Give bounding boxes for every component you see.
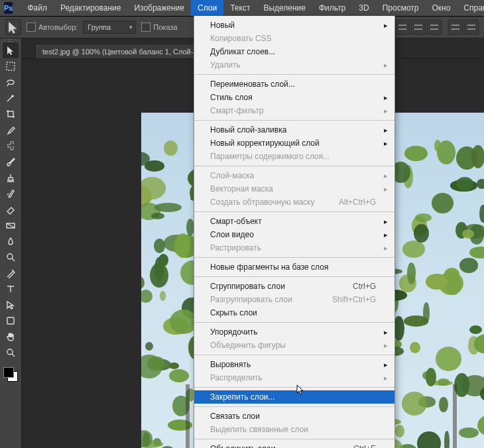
- type-tool[interactable]: [3, 281, 19, 297]
- menu-item-label: Переименовать слой...: [210, 80, 295, 89]
- menu-item[interactable]: Слои видео: [194, 228, 394, 241]
- menu-item[interactable]: Закрепить слои...: [194, 390, 394, 404]
- blur-tool[interactable]: [3, 233, 19, 249]
- menu-item[interactable]: Дубликат слоев...: [194, 45, 394, 58]
- show-transform-checkbox[interactable]: Показа: [141, 23, 177, 32]
- crop-tool[interactable]: [3, 106, 19, 122]
- menu-item-label: Новый: [210, 21, 235, 30]
- marquee-icon: [5, 61, 16, 72]
- checkbox-icon: [141, 23, 151, 32]
- foreground-color-swatch[interactable]: [3, 367, 14, 378]
- menu-item[interactable]: Выровнять: [194, 358, 394, 371]
- dodge-tool[interactable]: [3, 249, 19, 265]
- brush-tool[interactable]: [3, 154, 19, 170]
- move-tool-preset-icon[interactable]: [5, 19, 21, 35]
- distribute-button[interactable]: [427, 20, 442, 34]
- shape-icon: [5, 315, 16, 326]
- menu-item-выделение[interactable]: Выделение: [257, 0, 312, 16]
- path-tool[interactable]: [3, 297, 19, 313]
- brush-icon: [5, 156, 16, 167]
- menu-item[interactable]: Стиль слоя: [194, 91, 394, 104]
- wand-icon: [5, 93, 16, 103]
- move-tool[interactable]: [3, 42, 19, 58]
- menu-item-редактирование[interactable]: Редактирование: [54, 0, 127, 16]
- menu-item-label: Удалить: [210, 60, 241, 70]
- crop-icon: [5, 109, 16, 119]
- menu-item[interactable]: Объединить слоиCtrl+E: [194, 442, 394, 448]
- heal-icon: [5, 140, 16, 151]
- arrange-button[interactable]: [464, 20, 479, 34]
- menu-item: Распределить: [194, 371, 394, 384]
- menu-item[interactable]: Скрыть слои: [194, 306, 394, 319]
- autoselect-checkbox[interactable]: Автовыбор:: [27, 23, 78, 32]
- menu-item-окно[interactable]: Окно: [425, 0, 457, 16]
- menu-item-просмотр[interactable]: Просмотр: [376, 0, 426, 16]
- gradient-tool[interactable]: [3, 217, 19, 233]
- hand-icon: [5, 331, 16, 342]
- menu-item-фильтр[interactable]: Фильтр: [312, 0, 352, 16]
- menu-item-файл[interactable]: Файл: [21, 0, 54, 16]
- menu-item-label: Дубликат слоев...: [210, 47, 275, 56]
- panel-grab-icon[interactable]: [8, 39, 12, 42]
- pen-icon: [5, 268, 16, 278]
- menu-item[interactable]: Сгруппировать слоиCtrl+G: [194, 280, 394, 293]
- menu-item-label: Копировать CSS: [210, 34, 272, 43]
- menu-item[interactable]: Новый корректирующий слой: [194, 137, 394, 150]
- shape-tool[interactable]: [3, 313, 19, 329]
- pen-tool[interactable]: [3, 265, 19, 281]
- eyedrop-icon: [5, 125, 16, 135]
- menu-shortcut: Ctrl+G: [353, 282, 376, 291]
- app-logo: Ps: [4, 2, 13, 14]
- marquee-tool[interactable]: [3, 58, 19, 74]
- menu-item-label: Выровнять: [210, 360, 251, 369]
- menu-item: Объединить фигуры: [194, 339, 394, 352]
- menu-item-label: Растрировать: [210, 243, 261, 252]
- menu-item-справка[interactable]: Справка: [457, 0, 484, 16]
- zoom-icon: [5, 347, 16, 358]
- history-icon: [5, 188, 16, 199]
- menu-item: Параметры содержимого слоя...: [194, 150, 394, 163]
- menu-shortcut: Ctrl+E: [353, 444, 376, 448]
- menu-item-слои[interactable]: Слои: [191, 0, 223, 16]
- hand-tool[interactable]: [3, 329, 19, 345]
- menu-shortcut: Shift+Ctrl+G: [332, 295, 376, 304]
- menu-item-label: Сгруппировать слои: [210, 282, 285, 291]
- lasso-icon: [5, 77, 16, 87]
- arrange-button[interactable]: [448, 20, 463, 34]
- zoom-tool[interactable]: [3, 345, 19, 361]
- menu-item: Копировать CSS: [194, 32, 394, 45]
- document-tab[interactable]: test2.jpg @ 100% (Цветовой баланс 1, Сло…: [35, 44, 211, 59]
- history-tool[interactable]: [3, 186, 19, 201]
- svg-point-2: [7, 254, 13, 259]
- distribute-button[interactable]: [395, 20, 410, 34]
- menu-item-изображение[interactable]: Изображение: [127, 0, 191, 16]
- gradient-icon: [5, 220, 16, 231]
- menu-item-3d[interactable]: 3D: [352, 0, 375, 16]
- stamp-icon: [5, 172, 16, 183]
- autoselect-label: Автовыбор:: [38, 23, 78, 31]
- menu-item[interactable]: Новый слой-заливка: [194, 123, 394, 137]
- menu-item[interactable]: Связать слои: [194, 410, 394, 423]
- menu-item: Слой-маска: [194, 169, 394, 182]
- menu-item-текст[interactable]: Текст: [223, 0, 257, 16]
- eraser-tool[interactable]: [3, 201, 19, 217]
- wand-tool[interactable]: [3, 90, 19, 106]
- menu-item-label: Слой-маска: [210, 171, 254, 180]
- color-swatches[interactable]: [3, 367, 18, 382]
- lasso-tool[interactable]: [3, 74, 19, 90]
- eraser-icon: [5, 204, 16, 215]
- menu-item[interactable]: Новые фрагменты на базе слоя: [194, 260, 394, 274]
- stamp-tool[interactable]: [3, 170, 19, 186]
- menu-item[interactable]: Переименовать слой...: [194, 78, 394, 91]
- autoselect-mode-select[interactable]: Группа: [83, 21, 136, 34]
- menu-item[interactable]: Новый: [194, 19, 394, 32]
- menu-item-label: Объединить фигуры: [210, 341, 286, 350]
- menu-item: Разгруппировать слоиShift+Ctrl+G: [194, 293, 394, 306]
- menu-item[interactable]: Смарт-объект: [194, 215, 394, 228]
- layers-dropdown-menu: НовыйКопировать CSSДубликат слоев...Удал…: [194, 16, 395, 448]
- type-icon: [5, 284, 16, 294]
- eyedrop-tool[interactable]: [3, 122, 19, 138]
- menu-item[interactable]: Упорядочить: [194, 325, 394, 339]
- distribute-button[interactable]: [411, 20, 426, 34]
- heal-tool[interactable]: [3, 138, 19, 154]
